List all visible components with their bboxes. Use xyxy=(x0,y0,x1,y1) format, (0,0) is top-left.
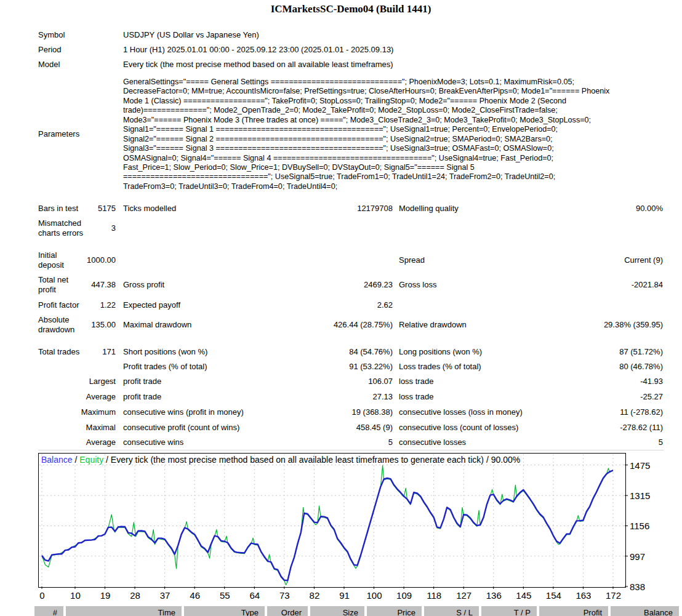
stat-row-drawdown: Absolute drawdown135.00Maximal drawdown4… xyxy=(38,315,664,335)
trade-table-header-order: Order xyxy=(267,606,308,616)
stat-value: 1.22 xyxy=(38,300,116,310)
legend-description: / Every tick (the most precise method ba… xyxy=(103,455,520,465)
stat-value: 12179708 xyxy=(123,204,393,213)
stat-row-profit-factor: Profit factor1.22Expected payoff2.62 xyxy=(38,300,664,310)
x-axis-label: 127 xyxy=(456,590,471,601)
stat-value: 426.44 (28.75%) xyxy=(123,320,393,329)
model-value: Every tick (the most precise method base… xyxy=(123,60,393,69)
stat-value: 19 (368.38) xyxy=(123,407,393,417)
stat-row-avg-consecutive: Averageconsecutive wins5consecutive loss… xyxy=(38,438,664,447)
parameters-line: Mode 1 (Classic) =================="; Ta… xyxy=(123,97,671,106)
trade-table-header-time: Time xyxy=(66,606,182,616)
x-axis-label: 172 xyxy=(606,590,621,601)
stat-value: Current (9) xyxy=(399,255,663,265)
stat-value: 90.00% xyxy=(399,204,663,213)
stat-row-initial-deposit: Initial deposit1000.00SpreadCurrent (9) xyxy=(38,250,664,270)
y-axis-label: 1156 xyxy=(630,521,649,531)
stat-value: 27.13 xyxy=(123,392,393,401)
stat-value: 1000.00 xyxy=(38,255,116,265)
stat-value: 5 xyxy=(123,438,393,447)
stat-value: 84 (54.76%) xyxy=(123,347,393,356)
stat-value: 5175 xyxy=(38,204,116,213)
legend-balance: Balance xyxy=(41,455,73,465)
stat-value: 2.62 xyxy=(123,300,393,310)
parameters-line: Signal3="====== Signal 3 ===============… xyxy=(123,144,671,153)
parameters-line: DecreaseFactor=0; MM=true; AccountIsMicr… xyxy=(123,87,671,96)
parameters-text: GeneralSettings="===== General Settings … xyxy=(123,78,671,191)
stat-value: -278.62 (11) xyxy=(399,423,663,432)
x-axis-label: 154 xyxy=(546,590,561,601)
symbol-value: USDJPY (US Dollar vs Japanese Yen) xyxy=(123,30,259,39)
y-axis-label: 1315 xyxy=(630,490,650,501)
x-axis-label: 118 xyxy=(427,590,441,601)
model-label: Model xyxy=(38,60,60,69)
stat-row-bars: Bars in test5175Ticks modelled12179708Mo… xyxy=(38,204,664,214)
parameters-line: Mode3="====== Phoenix Mode 3 (Three trad… xyxy=(123,116,671,125)
parameters-line: Signal2="====== Signal 2 ===============… xyxy=(123,135,671,144)
trade-table-header-number: # xyxy=(34,606,63,616)
x-axis-label: 19 xyxy=(100,590,111,601)
stat-value: 447.38 xyxy=(38,280,116,289)
trade-table-header-type: Type xyxy=(184,606,265,616)
stat-value: 106.07 xyxy=(123,377,393,386)
stat-qualifier: Average xyxy=(38,392,116,401)
x-axis-label: 73 xyxy=(279,590,290,601)
period-label: Period xyxy=(38,45,62,54)
stat-value: 11 (-278.62) xyxy=(399,407,663,417)
x-axis-label: 109 xyxy=(396,590,412,601)
trade-table-header-sl: S / L xyxy=(424,606,479,616)
legend-equity: Equity xyxy=(79,455,103,465)
x-axis-label: 64 xyxy=(249,590,260,601)
x-axis-label: 100 xyxy=(367,590,382,601)
stat-value: 91 (53.22%) xyxy=(123,362,393,371)
period-value: 1 Hour (H1) 2025.01.01 00:00 - 2025.09.1… xyxy=(123,45,393,54)
stat-value: -2021.84 xyxy=(399,280,663,289)
strategy-tester-report: { "title": "ICMarketsSC-Demo04 (Build 14… xyxy=(0,0,682,616)
parameters-line: trade)=============="; Mode2_OpenTrade_2… xyxy=(123,106,671,115)
y-axis-label: 1475 xyxy=(630,460,650,471)
parameters-line: ================================"; UseSi… xyxy=(123,172,671,182)
parameters-line: OSMASignal=0; Signal4="====== Signal 4 =… xyxy=(123,154,671,163)
stat-row-mismatched: Mismatched charts errors3 xyxy=(38,218,664,238)
parameters-line: GeneralSettings="===== General Settings … xyxy=(123,78,671,87)
x-axis-label: 136 xyxy=(486,590,502,601)
chart-legend: Balance / Equity / Every tick (the most … xyxy=(41,455,520,465)
x-axis-label: 37 xyxy=(160,590,170,601)
stat-value: 87 (51.72%) xyxy=(399,347,663,356)
stat-row-maximal-consecutive: Maximalconsecutive profit (count of wins… xyxy=(38,423,664,433)
x-axis-label: 91 xyxy=(339,590,350,601)
trade-table-header-size: Size xyxy=(310,606,364,616)
x-axis-label: 28 xyxy=(130,590,140,601)
stat-value: 29.38% (359.95) xyxy=(399,320,663,329)
parameters-line: Fast_Price=1; Slow_Period=0; Slow_Price=… xyxy=(123,163,671,172)
trade-table-header-profit: Profit xyxy=(539,606,608,616)
y-axis-label: 997 xyxy=(630,551,645,562)
stat-value: -25.27 xyxy=(399,392,663,401)
divider xyxy=(38,450,664,450)
stat-row-average-trade: Averageprofit trade27.13loss trade-25.27 xyxy=(38,392,664,402)
stat-qualifier: Largest xyxy=(38,377,116,386)
x-axis-label: 0 xyxy=(39,590,44,601)
parameters-label: Parameters xyxy=(38,129,79,138)
x-axis-label: 10 xyxy=(70,590,81,601)
x-axis-label: 145 xyxy=(516,590,531,601)
stat-row-largest: Largestprofit trade106.07loss trade-41.9… xyxy=(38,377,664,386)
stat-value: 3 xyxy=(38,223,116,233)
series-equity xyxy=(42,465,613,585)
stat-value: 5 xyxy=(399,438,663,447)
symbol-label: Symbol xyxy=(38,30,65,39)
stat-row-total-trades: Total trades171Short positions (won %)84… xyxy=(38,347,664,357)
trade-table-header-balance: Balance xyxy=(611,606,679,616)
x-axis-label: 82 xyxy=(310,590,320,601)
x-axis-label: 55 xyxy=(220,590,230,601)
stat-row-net-profit: Total net profit447.38Gross profit2469.2… xyxy=(38,275,664,295)
balance-equity-chart: Balance / Equity / Every tick (the most … xyxy=(38,453,626,588)
y-axis-label: 838 xyxy=(630,582,645,592)
trade-table-header-tp: T / P xyxy=(481,606,537,616)
stat-value: 80 (46.78%) xyxy=(399,362,663,371)
chart-plot-area xyxy=(39,454,625,586)
stat-row-profit-trades: Profit trades (% of total)91 (53.22%)Los… xyxy=(38,362,664,372)
stat-qualifier: Maximal xyxy=(38,423,116,432)
stat-value: 135.00 xyxy=(38,320,116,329)
series-balance xyxy=(42,470,613,580)
